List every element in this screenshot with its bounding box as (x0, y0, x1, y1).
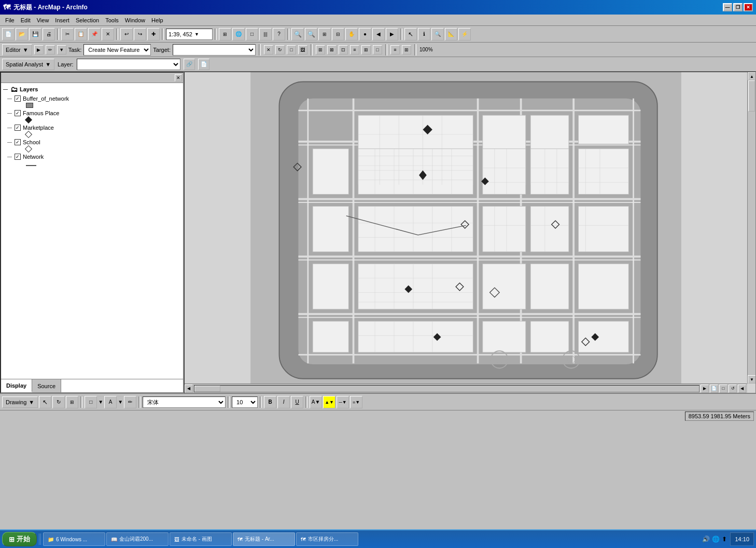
undo-button[interactable]: ↩ (120, 28, 133, 40)
draw-text-arrow[interactable]: ▼ (118, 399, 123, 405)
shadow-button[interactable]: =▼ (350, 396, 362, 408)
select-button[interactable]: ↖ (404, 28, 417, 40)
print-button[interactable]: 🖨 (43, 28, 55, 40)
snap6[interactable]: □ (373, 45, 382, 54)
paste-button[interactable]: 📌 (88, 28, 101, 40)
line-color-button[interactable]: ─▼ (337, 396, 349, 408)
menu-view[interactable]: View (34, 16, 52, 24)
attr-tool2[interactable]: ⊞ (402, 45, 411, 54)
map-refresh[interactable]: ↺ (729, 385, 737, 393)
zoom-out-button[interactable]: 🔍 (305, 28, 317, 40)
start-button[interactable]: ⊞ 开始 (2, 532, 37, 546)
layers-collapse[interactable]: — (3, 87, 8, 92)
taskbar-item-3[interactable]: 🗺 无标题 - Ar... (233, 532, 295, 546)
pan-button[interactable]: ✋ (345, 28, 358, 40)
buffer-collapse[interactable]: — (7, 96, 12, 101)
italic-button[interactable]: I (277, 396, 290, 408)
add-data-button[interactable]: ✚ (147, 28, 160, 40)
taskbar-item-2[interactable]: 🖼 未命名 - 画图 (170, 532, 232, 546)
buffer-checkbox[interactable]: ✓ (15, 95, 21, 102)
school-checkbox[interactable]: ✓ (15, 139, 21, 145)
drawing-text[interactable]: A (104, 396, 117, 408)
toc-close-button[interactable]: ✕ (175, 74, 182, 81)
fixed-zoom-in[interactable]: ⊞ (318, 28, 331, 40)
map-tool2[interactable]: □ (719, 385, 727, 393)
zoom-extent-button[interactable]: ⊞ (219, 28, 231, 40)
forward-button[interactable]: ▶ (386, 28, 398, 40)
menu-help[interactable]: Help (148, 16, 166, 24)
map-back[interactable]: ◀ (738, 385, 746, 393)
task-dropdown[interactable]: Create New Feature (83, 44, 151, 56)
fill-color-button[interactable]: ▲▼ (323, 396, 335, 408)
font-size-dropdown[interactable]: 10 (232, 396, 258, 408)
marketplace-collapse[interactable]: — (7, 125, 12, 130)
scroll-thumb-v[interactable] (748, 80, 755, 112)
snap4[interactable]: ≡ (350, 45, 359, 54)
redo-button[interactable]: ↪ (134, 28, 146, 40)
info-button[interactable]: ℹ (418, 28, 430, 40)
highlight-button[interactable]: ||| (259, 28, 272, 40)
drawing-group[interactable]: ⊞ (66, 396, 78, 408)
scroll-right-button[interactable]: ▶ (701, 385, 709, 393)
menu-tools[interactable]: Tools (102, 16, 122, 24)
font-dropdown[interactable]: 宋体 (143, 396, 226, 408)
menu-insert[interactable]: Insert (52, 16, 73, 24)
bold-button[interactable]: B (264, 396, 276, 408)
layer-tool1[interactable]: 🔗 (184, 59, 195, 70)
scroll-thumb-h[interactable] (194, 386, 220, 392)
map-tool1[interactable]: 📄 (710, 385, 718, 393)
taskbar-item-4[interactable]: 🗺 市区择房分... (296, 532, 358, 546)
drawing-dropdown[interactable]: Drawing ▼ (2, 396, 38, 408)
map-area[interactable]: ▲ ▼ ◀ ▶ 📄 □ ↺ ◀ (184, 72, 756, 393)
taskbar-item-1[interactable]: 📖 金山词霸200... (106, 532, 169, 546)
famous-checkbox[interactable]: ✓ (15, 110, 21, 116)
drawing-select[interactable]: ↖ (39, 396, 51, 408)
draw-rect-arrow[interactable]: ▼ (98, 399, 103, 405)
marketplace-checkbox[interactable]: ✓ (15, 125, 21, 131)
pic-tool[interactable]: 🖼 (298, 45, 307, 54)
snap3[interactable]: ⊡ (339, 45, 348, 54)
sketch-tool[interactable]: ✏ (46, 45, 55, 54)
drawing-rect[interactable]: □ (85, 396, 97, 408)
save-button[interactable]: 💾 (29, 28, 41, 40)
snap2[interactable]: ⊠ (327, 45, 337, 54)
delete-button[interactable]: ✕ (102, 28, 114, 40)
scroll-left-button[interactable]: ◀ (185, 385, 193, 393)
edit-tool2[interactable]: ▼ (57, 45, 66, 54)
shape-tool[interactable]: □ (287, 45, 296, 54)
square-button[interactable]: □ (246, 28, 258, 40)
drawing-rotate[interactable]: ↻ (52, 396, 65, 408)
question-button[interactable]: ? (273, 28, 285, 40)
zoom-in-button[interactable]: 🔍 (291, 28, 304, 40)
toc-tab-source[interactable]: Source (32, 379, 61, 392)
open-button[interactable]: 📂 (16, 28, 28, 40)
new-button[interactable]: 📄 (2, 28, 15, 40)
find-button[interactable]: 🔍 (431, 28, 444, 40)
layer-dropdown[interactable] (77, 59, 180, 70)
snap5[interactable]: ⊞ (361, 45, 371, 54)
cut-button[interactable]: ✂ (61, 28, 74, 40)
underline-button[interactable]: U (291, 396, 303, 408)
attr-tool[interactable]: ≡ (390, 45, 400, 54)
taskbar-item-0[interactable]: 📁 6 Windows ... (43, 532, 105, 546)
drawing-freehand[interactable]: ✏ (124, 396, 136, 408)
menu-window[interactable]: Window (122, 16, 148, 24)
toc-tab-display[interactable]: Display (1, 379, 32, 392)
fixed-zoom-out[interactable]: ⊟ (332, 28, 344, 40)
layer-tool2[interactable]: 📄 (198, 59, 209, 70)
editor-dropdown[interactable]: Editor ▼ (2, 44, 32, 56)
back-button[interactable]: ◀ (372, 28, 385, 40)
menu-selection[interactable]: Selection (73, 16, 102, 24)
scale-dropdown-arrow[interactable]: ▼ (194, 32, 199, 37)
globe2-button[interactable]: ● (359, 28, 371, 40)
font-color-button[interactable]: A▼ (310, 396, 322, 408)
editor-play[interactable]: ▶ (34, 45, 44, 54)
measure-button[interactable]: 📐 (445, 28, 457, 40)
school-collapse[interactable]: — (7, 140, 12, 145)
famous-collapse[interactable]: — (7, 111, 12, 116)
menu-edit[interactable]: Edit (18, 16, 34, 24)
network-checkbox[interactable]: ✓ (15, 154, 21, 160)
vertex-tool[interactable]: ✕ (264, 45, 273, 54)
scroll-down-button[interactable]: ▼ (748, 375, 756, 383)
menu-file[interactable]: File (2, 16, 18, 24)
